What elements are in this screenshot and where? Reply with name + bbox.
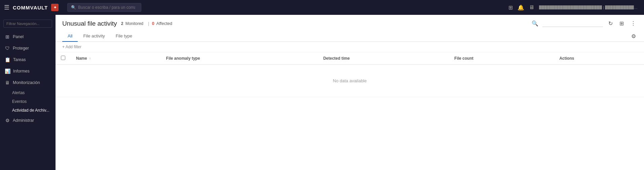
sidebar-item-label: Eventos (12, 99, 27, 104)
col-checkbox (56, 52, 71, 65)
tab-all[interactable]: All (62, 31, 78, 42)
table-search-input[interactable] (542, 20, 603, 27)
monitored-badge: 2 Monitored (121, 21, 143, 26)
content-area: + Add filter Name ↑ File anomaly t (56, 42, 644, 170)
page-actions: 🔍 ↻ ⊞ ⋮ (532, 20, 637, 27)
affected-count: 0 (152, 21, 154, 26)
bell-icon[interactable]: 🔔 (517, 4, 524, 11)
sidebar-item-label: Administrar (13, 118, 34, 123)
refresh-button[interactable]: ↻ (607, 20, 614, 27)
monitored-label: Monitored (126, 21, 143, 26)
sidebar-item-proteger[interactable]: 🛡 Proteger (0, 42, 56, 54)
tab-settings-area: ⚙ (630, 32, 637, 41)
view-toggle-button[interactable]: ⊞ (618, 20, 625, 27)
sidebar: ⊞ Panel 🛡 Proteger 📋 Tareas 📊 Informes 🖥… (0, 15, 56, 170)
sidebar-item-tareas[interactable]: 📋 Tareas (0, 54, 56, 65)
shield-icon: 🛡 (5, 46, 10, 51)
monitor-nav-icon: 🖥 (5, 80, 10, 85)
col-name[interactable]: Name ↑ (71, 52, 161, 65)
sidebar-item-label: Monitorización (13, 80, 40, 85)
sidebar-item-administrar[interactable]: ⚙ Administrar (0, 115, 56, 126)
logo-text: COMMVAULT (13, 5, 48, 10)
sidebar-item-label: Proteger (13, 46, 29, 51)
page-title-row: Unusual file activity 2 Monitored | 0 Af… (62, 20, 637, 27)
no-data-row: No data available (56, 65, 644, 97)
sidebar-item-panel[interactable]: ⊞ Panel (0, 31, 56, 42)
user-info: ████████████████████████ | █████████████… (539, 5, 640, 9)
affected-badge: 0 Affected (152, 21, 172, 26)
admin-icon: ⚙ (5, 118, 10, 123)
affected-label: Affected (156, 21, 172, 26)
page-header: Unusual file activity 2 Monitored | 0 Af… (56, 15, 644, 42)
sidebar-item-label: Informes (13, 69, 30, 74)
col-actions: Actions (554, 52, 644, 65)
topbar-search-bar[interactable]: 🔍 (67, 3, 141, 12)
settings-icon[interactable]: ⚙ (630, 32, 637, 41)
more-options-button[interactable]: ⋮ (629, 20, 637, 27)
sidebar-item-label: Alertas (12, 90, 25, 95)
sidebar-item-label: Actividad de Archiv... (12, 108, 49, 113)
monitor-icon[interactable]: 🖥 (529, 4, 534, 10)
logo-icon: ✦ (51, 4, 59, 11)
monitored-count: 2 (121, 21, 123, 26)
sidebar-item-actividad[interactable]: Actividad de Archiv... (0, 106, 56, 115)
page-title: Unusual file activity (62, 20, 117, 27)
topbar: ☰ COMMVAULT ✦ 🔍 ⊞ 🔔 🖥 ██████████████████… (0, 0, 644, 15)
grid-icon[interactable]: ⊞ (508, 4, 513, 11)
hamburger-icon[interactable]: ☰ (4, 4, 9, 11)
topbar-left: ☰ COMMVAULT ✦ 🔍 (4, 3, 141, 12)
tasks-icon: 📋 (5, 57, 10, 62)
col-anomaly-type: File anomaly type (161, 52, 318, 65)
search-icon: 🔍 (71, 5, 76, 10)
reports-icon: 📊 (5, 68, 10, 74)
sort-arrow-name: ↑ (89, 57, 91, 60)
search-input[interactable] (78, 5, 135, 10)
select-all-checkbox[interactable] (61, 56, 65, 60)
separator: | (148, 21, 149, 26)
table-header-row: Name ↑ File anomaly type Detected time F… (56, 52, 644, 65)
sidebar-item-monitorizacion[interactable]: 🖥 Monitorización (0, 77, 56, 88)
topbar-right: ⊞ 🔔 🖥 ████████████████████████ | ███████… (508, 4, 640, 11)
col-detected-time: Detected time (318, 52, 449, 65)
sidebar-item-informes[interactable]: 📊 Informes (0, 65, 56, 77)
sidebar-item-alertas[interactable]: Alertas (0, 88, 56, 97)
data-table: Name ↑ File anomaly type Detected time F… (56, 52, 644, 97)
table-wrapper: Name ↑ File anomaly type Detected time F… (56, 52, 644, 97)
sidebar-item-label: Tareas (13, 57, 26, 62)
tabs-bar: All File activity File type ⚙ (62, 31, 637, 41)
add-filter-button[interactable]: + Add filter (62, 45, 81, 49)
main-content: Unusual file activity 2 Monitored | 0 Af… (56, 15, 644, 170)
search-page-icon[interactable]: 🔍 (532, 20, 538, 27)
sidebar-filter-input[interactable] (3, 20, 52, 28)
sidebar-item-eventos[interactable]: Eventos (0, 97, 56, 106)
add-filter-label: + Add filter (62, 45, 81, 49)
panel-icon: ⊞ (5, 34, 10, 39)
filter-bar: + Add filter (56, 42, 644, 52)
tab-file-type[interactable]: File type (110, 31, 138, 42)
no-data-message: No data available (56, 65, 644, 97)
sidebar-item-label: Panel (13, 34, 24, 39)
tab-file-activity[interactable]: File activity (78, 31, 110, 42)
col-file-count: File count (449, 52, 554, 65)
